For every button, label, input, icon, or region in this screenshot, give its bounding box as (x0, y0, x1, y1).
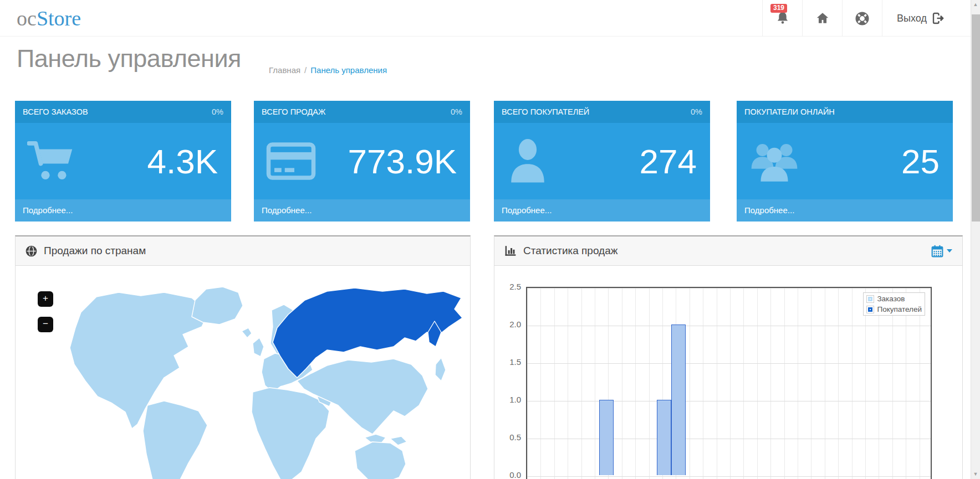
tile-value: 773.9K (348, 142, 457, 181)
country-iceland (242, 328, 252, 338)
logo-suffix: Store (37, 7, 81, 30)
chart-legend: ЗаказовПокупателей (863, 292, 925, 316)
breadcrumb-home[interactable]: Главная (269, 65, 300, 75)
tile-body: 4.3K (15, 123, 231, 199)
logout-button[interactable]: Выход (882, 0, 959, 37)
y-tick-label: 0.5 (498, 432, 521, 442)
user-icon (506, 138, 549, 184)
breadcrumb-current-link[interactable]: Панель управления (310, 65, 387, 75)
home-button[interactable] (802, 0, 842, 37)
tile-percent: 0% (691, 101, 702, 123)
panel-header: Продажи по странам (16, 236, 470, 266)
app-logo[interactable]: ocStore (17, 0, 81, 37)
panel-header: Статистика продаж (494, 236, 962, 266)
calendar-icon (931, 245, 943, 257)
tile-more-link[interactable]: Подробнее... (494, 199, 710, 222)
chart-range-button[interactable] (931, 245, 952, 257)
map-zoom-out-button[interactable]: − (38, 317, 53, 332)
tile-body: 274 (494, 123, 710, 199)
chart-bar (657, 400, 671, 475)
y-tick-label: 1.0 (498, 395, 521, 404)
notifications-count-badge: 319 (770, 4, 787, 13)
region-indonesia (365, 434, 386, 443)
country-uk (253, 338, 264, 357)
tile-value: 25 (901, 142, 940, 181)
country-south-america (143, 401, 207, 479)
country-japan (435, 358, 446, 381)
panel-title: Продажи по странам (44, 245, 146, 257)
tile-more-link[interactable]: Подробнее... (254, 199, 470, 222)
tile-percent: 0% (212, 101, 223, 123)
bar-chart-icon (504, 245, 517, 257)
top-bar: ocStore 319 (0, 0, 971, 37)
shopping-cart-icon (27, 140, 78, 183)
tile-header: ВСЕГО ПРОДАЖ 0% (254, 101, 470, 123)
tile-body: 25 (737, 123, 953, 199)
tile-value: 274 (640, 142, 697, 181)
tile-header: ПОКУПАТЕЛИ ОНЛАЙН (737, 101, 953, 123)
life-ring-icon (855, 11, 870, 26)
panel-title: Статистика продаж (523, 245, 617, 257)
scrollbar-thumb[interactable] (972, 14, 980, 222)
tile-body: 773.9K (254, 123, 470, 199)
tile-header: ВСЕГО ПОКУПАТЕЛЕЙ 0% (494, 101, 710, 123)
y-tick-label: 2.5 (498, 282, 521, 291)
country-australia (355, 442, 406, 479)
home-icon (815, 11, 830, 25)
tile-total-customers: ВСЕГО ПОКУПАТЕЛЕЙ 0% 274 Подробнее... (494, 101, 710, 222)
legend-swatch (866, 295, 874, 303)
chart-plot-area: ЗаказовПокупателей (526, 287, 932, 479)
world-map[interactable]: + − (16, 266, 470, 479)
page-title: Панель управления (17, 44, 241, 73)
region-indonesia-east (390, 436, 407, 445)
chart-bar (671, 325, 686, 475)
tile-value: 4.3K (147, 142, 218, 181)
bell-icon (775, 11, 790, 25)
chevron-down-icon (947, 249, 952, 253)
tile-customers-online: ПОКУПАТЕЛИ ОНЛАЙН 25 Подробнее... (737, 101, 953, 222)
tile-label: ВСЕГО ПРОДАЖ (262, 101, 325, 123)
users-icon (749, 138, 800, 184)
logout-icon (932, 12, 945, 25)
tile-percent: 0% (451, 101, 462, 123)
sales-statistics-panel: Статистика продаж 2.52.01.51.00.50.0 Зак… (494, 235, 963, 479)
globe-icon (25, 245, 37, 257)
top-nav: 319 Выход (762, 0, 959, 37)
credit-card-icon (266, 139, 316, 183)
tile-label: ВСЕГО ЗАКАЗОВ (23, 101, 88, 123)
tile-label: ВСЕГО ПОКУПАТЕЛЕЙ (502, 101, 589, 123)
tile-more-link[interactable]: Подробнее... (737, 199, 953, 222)
notifications-button[interactable]: 319 (762, 0, 802, 37)
y-tick-label: 1.5 (498, 357, 521, 367)
vertical-scrollbar[interactable]: ▲ ▼ (971, 0, 980, 479)
scroll-up-arrow[interactable]: ▲ (971, 0, 980, 9)
breadcrumb-separator: / (304, 65, 307, 75)
tile-total-orders: ВСЕГО ЗАКАЗОВ 0% 4.3K Подробнее... (15, 101, 231, 222)
legend-entry: Покупателей (866, 305, 922, 313)
legend-entry: Заказов (866, 295, 922, 303)
tile-label: ПОКУПАТЕЛИ ОНЛАЙН (744, 101, 835, 123)
logout-label: Выход (897, 13, 927, 24)
legend-swatch (866, 306, 874, 313)
tile-more-link[interactable]: Подробнее... (15, 199, 231, 222)
logo-prefix: oc (17, 7, 37, 30)
country-greenland (192, 287, 243, 325)
sales-by-country-panel: Продажи по странам + − (15, 235, 471, 479)
y-tick-label: 2.0 (498, 320, 521, 329)
legend-label: Заказов (877, 295, 905, 303)
map-zoom-in-button[interactable]: + (38, 291, 53, 307)
legend-label: Покупателей (877, 305, 922, 313)
y-tick-label: 0.0 (498, 470, 521, 479)
scroll-down-arrow[interactable]: ▼ (971, 470, 980, 479)
chart-body: 2.52.01.51.00.50.0 ЗаказовПокупателей (494, 266, 962, 479)
tile-total-sales: ВСЕГО ПРОДАЖ 0% 773.9K Подробнее... (254, 101, 470, 222)
region-africa (252, 388, 329, 479)
tile-header: ВСЕГО ЗАКАЗОВ 0% (15, 101, 231, 123)
support-button[interactable] (842, 0, 882, 37)
chart-bar (599, 400, 614, 475)
breadcrumb: Главная/Панель управления (269, 65, 387, 75)
world-map-svg (16, 266, 470, 479)
